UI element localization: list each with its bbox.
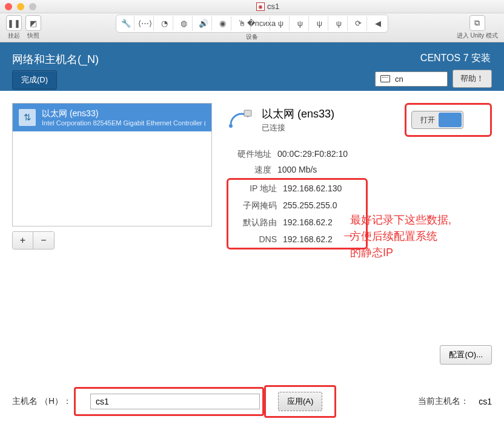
fullscreen-window-icon[interactable] — [29, 3, 36, 10]
hostname-input[interactable] — [90, 394, 260, 409]
usb-icon-4[interactable]: ψ — [311, 16, 328, 31]
devices-label: 设备 — [246, 33, 258, 41]
section-title: 网络和主机名(_N) — [12, 52, 375, 67]
toggle-knob — [439, 113, 462, 127]
wrench-icon[interactable]: 🔧 — [118, 16, 134, 31]
device-icon-row: 🔧 ⟨⋯⟩ ◔ ◍ 🔊 ◉ 🖱 �психа ψ ψ ψ ψ ⟳ ◀ — [116, 15, 388, 33]
camera-icon[interactable]: ◉ — [214, 16, 231, 31]
snapshot-icon: ◩ — [25, 15, 41, 31]
network-list: ⇅ 以太网 (ens33) Intel Corporation 82545EM … — [12, 103, 212, 226]
disk-icon[interactable]: ◔ — [156, 16, 173, 31]
toggle-highlight: 打开 — [405, 103, 492, 137]
ethernet-large-icon — [227, 106, 254, 134]
mask-value: 255.255.255.0 — [283, 200, 342, 211]
vm-toolbar: ❚❚ 挂起 ◩ 快照 🔧 ⟨⋯⟩ ◔ ◍ 🔊 ◉ 🖱 �психа ψ ψ ψ … — [0, 13, 504, 42]
apply-highlight: 应用(A) — [264, 385, 336, 418]
current-hostname-value: cs1 — [479, 397, 492, 406]
ethernet-icon: ⇅ — [19, 109, 36, 126]
network-icon[interactable]: ⟨⋯⟩ — [137, 16, 154, 31]
network-item-name: 以太网 (ens33) — [42, 108, 205, 119]
hostname-label: 主机名 （H）： — [12, 396, 71, 407]
network-list-panel: ⇅ 以太网 (ens33) Intel Corporation 82545EM … — [12, 103, 212, 249]
mask-label: 子网掩码 — [232, 200, 277, 211]
keyboard-icon — [380, 75, 390, 82]
snapshot-button[interactable]: ◩ 快照 — [25, 15, 41, 40]
unity-button[interactable]: ⧉ 进入 Unity 模式 — [457, 15, 498, 40]
suspend-button[interactable]: ❚❚ 挂起 — [6, 15, 22, 40]
gw-label: 默认路由 — [232, 217, 277, 228]
minimize-window-icon[interactable] — [17, 3, 24, 10]
svg-rect-0 — [244, 110, 251, 116]
help-button[interactable]: 帮助！ — [453, 70, 492, 88]
dns-label: DNS — [232, 234, 277, 244]
sound-icon[interactable]: 🔊 — [195, 16, 212, 31]
add-network-button[interactable]: + — [13, 232, 33, 249]
ip-label: IP 地址 — [232, 183, 277, 194]
window-titlebar: ◉ cs1 — [0, 0, 504, 13]
cd-icon[interactable]: ◍ — [176, 16, 193, 31]
sync-icon[interactable]: ⟳ — [350, 16, 367, 31]
detail-title: 以太网 (ens33) — [262, 107, 334, 121]
hostname-input-highlight — [74, 387, 264, 416]
dns-value: 192.168.62.2 — [283, 234, 342, 244]
chevron-left-icon[interactable]: ◀ — [370, 16, 386, 31]
vm-badge-icon: ◉ — [256, 2, 265, 11]
remove-network-button[interactable]: − — [33, 232, 54, 249]
apply-button[interactable]: 应用(A) — [278, 392, 322, 411]
installer-header: 网络和主机名(_N) 完成(D) CENTOS 7 安装 cn 帮助！ — [0, 42, 504, 91]
network-item-ens33[interactable]: ⇅ 以太网 (ens33) Intel Corporation 82545EM … — [13, 104, 211, 131]
ip-value: 192.168.62.130 — [283, 183, 342, 194]
detail-status: 已连接 — [262, 122, 334, 133]
done-button[interactable]: 完成(D) — [12, 70, 57, 90]
usb-icon-2[interactable]: ψ — [273, 16, 290, 31]
hostname-row: 主机名 （H）： 应用(A) 当前主机名： cs1 — [0, 385, 504, 418]
hw-value: 00:0C:29:F0:82:10 — [277, 149, 492, 160]
usb-icon[interactable]: �психа — [253, 16, 270, 31]
gw-value: 192.168.62.2 — [283, 217, 342, 228]
configure-button[interactable]: 配置(O)... — [440, 345, 492, 365]
keyboard-lang-select[interactable]: cn — [375, 71, 448, 87]
speed-value: 1000 Mb/s — [277, 165, 492, 176]
usb-icon-5[interactable]: ψ — [331, 16, 348, 31]
unity-icon: ⧉ — [469, 15, 485, 31]
usb-icon-3[interactable]: ψ — [292, 16, 309, 31]
close-window-icon[interactable] — [5, 3, 12, 10]
network-toggle[interactable]: 打开 — [411, 111, 463, 129]
traffic-lights — [5, 3, 36, 10]
hw-label: 硬件地址 — [227, 149, 271, 160]
pause-icon: ❚❚ — [6, 15, 22, 31]
current-hostname-label: 当前主机名： — [418, 396, 469, 407]
speed-label: 速度 — [227, 165, 271, 176]
network-item-sub: Intel Corporation 82545EM Gigabit Ethern… — [42, 119, 205, 127]
window-title: ◉ cs1 — [36, 2, 499, 11]
svg-point-1 — [229, 124, 233, 128]
annotation-text: 最好记录下这些数据, 方便后续配置系统 的静态IP — [350, 212, 451, 261]
product-title: CENTOS 7 安装 — [375, 52, 491, 65]
